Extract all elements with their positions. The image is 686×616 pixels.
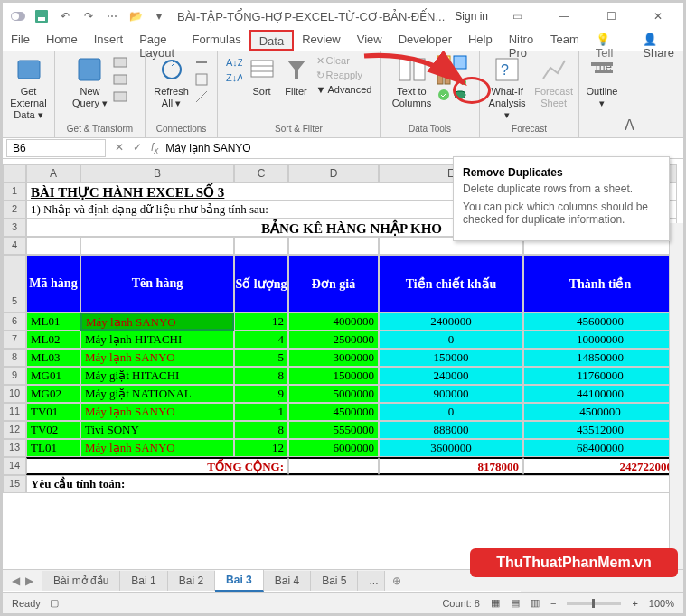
row-header[interactable]: 6 [3,313,26,331]
qat-open-icon[interactable]: 📂 [127,8,144,24]
col-header-c[interactable]: C [234,164,288,182]
cell[interactable] [26,237,80,255]
cell[interactable]: Tiền chiết khấu [379,255,523,313]
view-page-layout-icon[interactable]: ▤ [511,597,520,609]
get-external-data-button[interactable]: Get External Data ▾ [8,55,49,122]
cell[interactable]: 4500000 [288,403,379,421]
advanced-button[interactable]: ▼ Advanced [316,84,372,96]
maximize-button[interactable]: ☐ [593,10,629,23]
tab-pagelayout[interactable]: Page Layout [131,30,183,51]
cell[interactable]: 45600000 [523,313,677,331]
sheet-next-icon[interactable]: ▶ [25,574,33,587]
manage-data-model-button[interactable] [453,88,467,102]
cell[interactable]: 900000 [379,385,523,403]
cell[interactable]: 10000000 [523,331,677,349]
cell[interactable]: Yêu cầu tính toán: [26,475,677,493]
sheet-tab[interactable]: Bai 5 [311,571,358,591]
autosave-toggle[interactable] [10,8,26,24]
cell[interactable]: 14850000 [523,349,677,367]
cell[interactable] [288,237,379,255]
zoom-slider[interactable] [567,602,621,605]
cell[interactable]: 11760000 [523,367,677,385]
cell[interactable]: 5550000 [288,421,379,439]
col-header-d[interactable]: D [288,164,379,182]
cell[interactable]: 44100000 [523,385,677,403]
cell[interactable] [234,237,288,255]
relationships-button[interactable] [453,71,467,86]
cell[interactable]: 240000 [379,367,523,385]
col-header-b[interactable]: B [80,164,234,182]
sheet-prev-icon[interactable]: ◀ [12,574,20,587]
forecast-sheet-button[interactable]: Forecast Sheet [534,55,573,109]
tab-developer[interactable]: Developer [390,30,460,51]
save-icon[interactable] [33,8,50,24]
cell[interactable]: TV02 [26,421,80,439]
zoom-out-button[interactable]: − [550,598,556,609]
cell[interactable]: 0 [379,331,523,349]
remove-duplicates-button[interactable] [437,71,451,86]
row-header[interactable]: 8 [3,349,26,367]
cell[interactable]: TV01 [26,403,80,421]
consolidate-button[interactable] [453,55,467,70]
cell[interactable]: 8 [234,421,288,439]
cell[interactable]: Máy lạnh HITACHI [80,331,234,349]
tab-file[interactable]: File [3,30,38,51]
filter-button[interactable]: Filter [282,55,311,98]
redo-icon[interactable]: ↷ [80,8,97,24]
cell[interactable]: 1 [234,403,288,421]
sheet-tab[interactable]: Bai 1 [120,571,167,591]
row-header[interactable]: 11 [3,403,26,421]
share-button[interactable]: 👤 Share [634,30,683,51]
view-normal-icon[interactable]: ▦ [491,597,500,609]
cell[interactable]: 4000000 [288,313,379,331]
collapse-ribbon-icon[interactable]: ᐱ [625,51,637,137]
cell[interactable]: ML03 [26,349,80,367]
cell[interactable]: 242722000 [523,457,677,475]
from-table-button[interactable] [113,72,127,87]
new-query-button[interactable]: New Query ▾ [72,55,108,109]
cancel-formula-icon[interactable]: ✕ [115,141,124,155]
cell[interactable]: MG01 [26,367,80,385]
row-header[interactable]: 5 [3,255,26,313]
cell[interactable]: ML02 [26,331,80,349]
clear-button[interactable]: ✕ Clear [316,55,350,67]
tab-help[interactable]: Help [460,30,501,51]
cell[interactable]: 43512000 [523,421,677,439]
outline-button[interactable]: Outline ▾ [587,55,618,109]
select-all-cell[interactable] [3,164,26,182]
cell[interactable]: 1500000 [288,367,379,385]
row-header[interactable]: 9 [3,367,26,385]
cell[interactable]: 0 [379,403,523,421]
formula-bar-input[interactable]: Máy lạnh SANYO [158,140,683,156]
sheet-tabs-more[interactable]: ... [358,571,385,591]
cell[interactable]: TỔNG CỘNG: [26,457,288,475]
cell[interactable] [80,237,234,255]
tab-review[interactable]: Review [294,30,349,51]
col-header-a[interactable]: A [26,164,80,182]
cell[interactable]: Máy giặt HITACHI [80,367,234,385]
tab-team[interactable]: Team [542,30,587,51]
data-validation-button[interactable] [437,88,451,102]
qat-dropdown-icon[interactable]: ▾ [151,8,167,24]
tab-nitropro[interactable]: Nitro Pro [501,30,542,51]
undo-icon[interactable]: ↶ [57,8,73,24]
tell-me[interactable]: 💡 Tell me [587,30,634,51]
reapply-button[interactable]: ↻ Reapply [316,70,362,81]
cell[interactable]: ML01 [26,313,80,331]
row-header[interactable]: 2 [3,201,26,219]
cell[interactable]: 68400000 [523,439,677,457]
refresh-all-button[interactable]: Refresh All ▾ [154,55,189,109]
cell[interactable]: TL01 [26,439,80,457]
cell[interactable]: 6000000 [288,439,379,457]
sheet-tab[interactable]: Bai 2 [168,571,215,591]
sheet-tab[interactable]: Bai 3 [215,570,264,592]
cell[interactable]: 2500000 [288,331,379,349]
new-sheet-button[interactable]: ⊕ [385,574,409,587]
cell[interactable]: Đơn giá [288,255,379,313]
sign-in-link[interactable]: Sign in [455,10,488,23]
vertical-scrollbar[interactable] [669,223,683,570]
cell[interactable]: 8178000 [379,457,523,475]
cell[interactable]: Máy lạnh SANYO [80,403,234,421]
name-box[interactable]: B6 [6,139,106,157]
macro-record-icon[interactable]: ▢ [50,597,59,609]
